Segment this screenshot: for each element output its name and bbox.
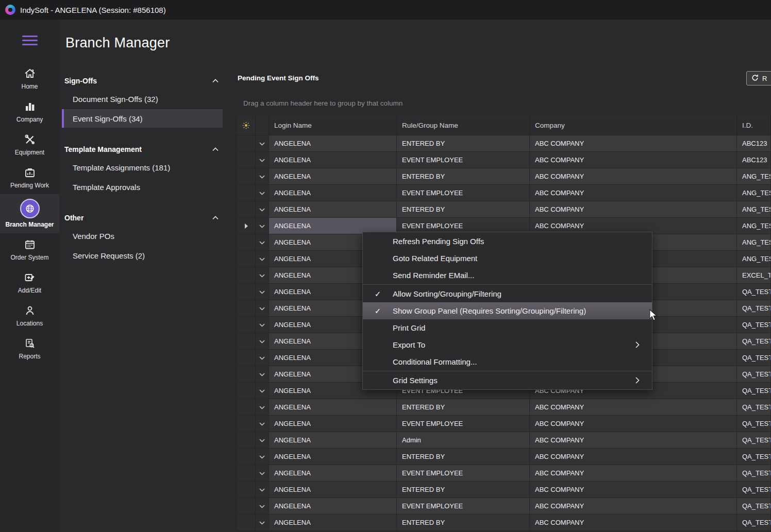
menu-item-send-reminder-email[interactable]: Send Reminder EMail... xyxy=(363,267,652,284)
cell-rule-group-name[interactable]: ENTERED BY xyxy=(397,399,530,416)
nav-item-vendor-pos[interactable]: Vendor POs xyxy=(62,227,223,245)
cell-id[interactable]: QA_TEST xyxy=(737,366,771,383)
cell-id[interactable]: ANG_TES xyxy=(737,168,771,185)
row-expand-button[interactable] xyxy=(256,383,269,399)
sidebar-item-order-system[interactable]: Order System xyxy=(0,233,59,266)
row-expand-button[interactable] xyxy=(256,366,269,383)
cell-company[interactable]: ABC COMPANY xyxy=(530,201,737,218)
nav-item-event-sign-offs-34[interactable]: Event Sign-Offs (34) xyxy=(62,109,223,128)
row-expand-button[interactable] xyxy=(256,218,269,234)
sidebar-item-pending-work[interactable]: Pending Work xyxy=(0,161,59,194)
cell-id[interactable]: QA_TEST xyxy=(737,432,771,449)
refresh-button[interactable]: R xyxy=(746,71,771,85)
cell-login-name[interactable]: ANGELENA xyxy=(269,152,397,168)
cell-id[interactable]: QA_TEST xyxy=(737,317,771,333)
table-row[interactable]: ANGELENAENTERED BYABC COMPANYANG_TES xyxy=(237,201,771,218)
row-expand-button[interactable] xyxy=(256,185,269,201)
nav-item-template-assignments-181[interactable]: Template Assignments (181) xyxy=(62,158,223,177)
cell-rule-group-name[interactable]: EVENT EMPLOYEE xyxy=(397,465,530,482)
row-expand-button[interactable] xyxy=(256,514,269,531)
nav-item-template-approvals[interactable]: Template Approvals xyxy=(62,178,223,196)
menu-item-allow-sorting-grouping-filtering[interactable]: ✓Allow Sorting/Grouping/Filtering xyxy=(363,285,652,302)
cell-id[interactable]: ANG_TES xyxy=(737,251,771,267)
cell-login-name[interactable]: ANGELENA xyxy=(269,399,397,416)
cell-rule-group-name[interactable]: ENTERED BY xyxy=(397,168,530,185)
nav-item-document-sign-offs-32[interactable]: Document Sign-Offs (32) xyxy=(62,90,223,108)
cell-login-name[interactable]: ANGELENA xyxy=(269,201,397,218)
row-expand-button[interactable] xyxy=(256,482,269,498)
sidebar-item-home[interactable]: Home xyxy=(0,62,59,95)
cell-company[interactable]: ABC COMPANY xyxy=(530,498,737,514)
cell-id[interactable]: EXCEL_TE xyxy=(737,267,771,284)
cell-login-name[interactable]: ANGELENA xyxy=(269,514,397,531)
table-row[interactable]: ANGELENAAdminABC COMPANYQA_TEST xyxy=(237,432,771,449)
cell-rule-group-name[interactable]: EVENT EMPLOYEE xyxy=(397,498,530,514)
table-row[interactable]: ANGELENAENTERED BYABC COMPANYQA_TEST xyxy=(237,449,771,465)
nav-section-template-management[interactable]: Template Management xyxy=(62,142,223,157)
menu-item-export-to[interactable]: Export To xyxy=(363,336,652,353)
cell-company[interactable]: ABC COMPANY xyxy=(530,185,737,201)
cell-company[interactable]: ABC COMPANY xyxy=(530,465,737,482)
table-row[interactable]: ANGELENAEVENT EMPLOYEEABC COMPANYQA_TEST xyxy=(237,465,771,482)
cell-company[interactable]: ABC COMPANY xyxy=(530,168,737,185)
cell-rule-group-name[interactable]: ENTERED BY xyxy=(397,201,530,218)
table-row[interactable]: ANGELENAENTERED BYABC COMPANYANG_TES xyxy=(237,168,771,185)
table-row[interactable]: ANGELENAENTERED BYABC COMPANYQA_TEST xyxy=(237,482,771,498)
cell-login-name[interactable]: ANGELENA xyxy=(269,416,397,432)
row-expand-button[interactable] xyxy=(256,416,269,432)
table-row[interactable]: ANGELENAEVENT EMPLOYEEABC COMPANYQA_TEST xyxy=(237,416,771,432)
cell-id[interactable]: ANG_TES xyxy=(737,185,771,201)
cell-company[interactable]: ABC COMPANY xyxy=(530,399,737,416)
cell-login-name[interactable]: ANGELENA xyxy=(269,185,397,201)
table-row[interactable]: ANGELENAEVENT EMPLOYEEABC COMPANYABC123 xyxy=(237,152,771,168)
menu-item-grid-settings[interactable]: Grid Settings xyxy=(363,372,652,389)
cell-id[interactable]: QA_TEST xyxy=(737,333,771,350)
cell-id[interactable]: QA_TEST xyxy=(737,416,771,432)
cell-login-name[interactable]: ANGELENA xyxy=(269,168,397,185)
menu-item-print-grid[interactable]: Print Grid xyxy=(363,319,652,336)
cell-company[interactable]: ABC COMPANY xyxy=(530,432,737,449)
table-row[interactable]: ANGELENAEVENT EMPLOYEEABC COMPANYANG_TES xyxy=(237,185,771,201)
row-expand-button[interactable] xyxy=(256,267,269,284)
cell-id[interactable]: QA_TEST xyxy=(737,350,771,366)
table-row[interactable]: ANGELENAENTERED BYABC COMPANYQA_TEST xyxy=(237,514,771,531)
menu-item-show-group-panel-requires-sorting-grouping-filtering[interactable]: ✓Show Group Panel (Requires Sorting/Grou… xyxy=(363,302,652,319)
row-expand-button[interactable] xyxy=(256,300,269,317)
row-expand-button[interactable] xyxy=(256,168,269,185)
cell-id[interactable]: QA_TEST xyxy=(737,514,771,531)
cell-login-name[interactable]: ANGELENA xyxy=(269,135,397,152)
row-expand-button[interactable] xyxy=(256,135,269,152)
nav-item-service-requests-2[interactable]: Service Requests (2) xyxy=(62,246,223,265)
cell-id[interactable]: QA_TEST xyxy=(737,449,771,465)
cell-id[interactable]: ABC123 xyxy=(737,152,771,168)
cell-login-name[interactable]: ANGELENA xyxy=(269,498,397,514)
cell-company[interactable]: ABC COMPANY xyxy=(530,152,737,168)
sidebar-item-locations[interactable]: Locations xyxy=(0,299,59,332)
row-expand-button[interactable] xyxy=(256,465,269,482)
cell-id[interactable]: ANG_TES xyxy=(737,234,771,251)
cell-id[interactable]: QA_TEST xyxy=(737,465,771,482)
cell-id[interactable]: QA_TEST xyxy=(737,383,771,399)
cell-rule-group-name[interactable]: ENTERED BY xyxy=(397,449,530,465)
row-expand-button[interactable] xyxy=(256,284,269,300)
nav-section-other[interactable]: Other xyxy=(62,210,223,226)
sidebar-item-reports[interactable]: Reports xyxy=(0,332,59,365)
cell-login-name[interactable]: ANGELENA xyxy=(269,449,397,465)
row-expand-button[interactable] xyxy=(256,234,269,251)
menu-item-goto-related-equipment[interactable]: Goto Related Equipment xyxy=(363,250,652,267)
cell-login-name[interactable]: ANGELENA xyxy=(269,432,397,449)
cell-company[interactable]: ABC COMPANY xyxy=(530,449,737,465)
menu-item-conditional-formatting[interactable]: Conditional Formatting... xyxy=(363,353,652,370)
column-header-company[interactable]: Company xyxy=(530,116,737,135)
cell-id[interactable]: QA_TEST xyxy=(737,284,771,300)
column-chooser-sun-icon[interactable] xyxy=(237,116,256,135)
cell-id[interactable]: ANG_TES xyxy=(737,218,771,234)
row-expand-button[interactable] xyxy=(256,498,269,514)
cell-rule-group-name[interactable]: ENTERED BY xyxy=(397,514,530,531)
row-expand-button[interactable] xyxy=(256,333,269,350)
cell-login-name[interactable]: ANGELENA xyxy=(269,482,397,498)
cell-id[interactable]: QA_TEST xyxy=(737,482,771,498)
cell-id[interactable]: ANG_TES xyxy=(737,201,771,218)
sidebar-item-equipment[interactable]: Equipment xyxy=(0,128,59,161)
sidebar-item-company[interactable]: Company xyxy=(0,95,59,128)
